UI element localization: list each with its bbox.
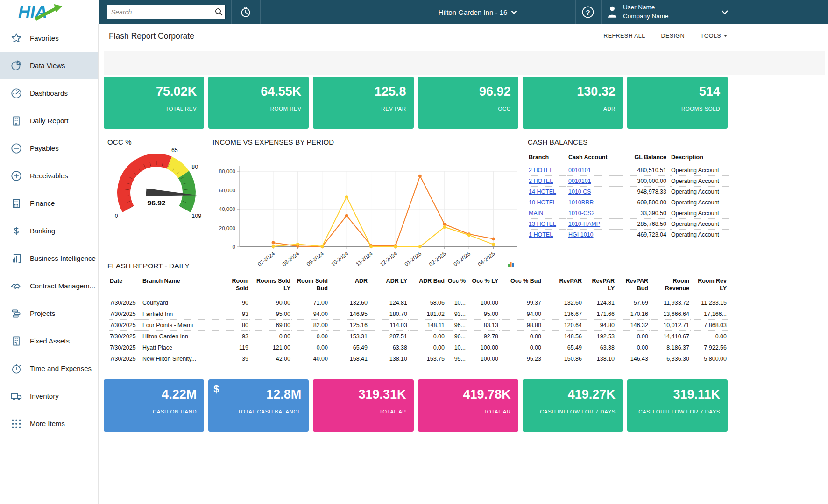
branch-link[interactable]: 2 HOTEL [529,167,553,174]
kpi-value: 75.02K [109,84,197,99]
toolbar-band [104,51,825,75]
flash-cell: 7/30/2025 [109,297,142,308]
svg-text:?: ? [586,8,590,16]
kpi-label: CASH INFLOW FOR 7 DAYS [528,408,616,415]
sidebar-item-time-and-expenses[interactable]: Time and Expenses [0,355,98,382]
sidebar-item-payables[interactable]: Payables [0,134,98,162]
flash-cell: 10,012.71 [649,320,690,331]
flash-cell: 153.31 [329,331,368,342]
topbar-chevron-down-icon[interactable] [721,8,729,17]
cash-account-link[interactable]: 0010101 [568,167,591,174]
flash-cell: 5,800.00 [690,353,728,364]
kpi-card-cash-on-hand[interactable]: 4.22MCASH ON HAND [104,379,204,432]
branch-link[interactable]: 10 HOTEL [529,199,556,206]
minus-circle-icon [10,142,22,154]
sidebar-item-label: Dashboards [30,89,68,97]
svg-text:65: 65 [171,147,178,154]
cash-account-link[interactable]: HGI 1010 [568,231,594,238]
branch-link[interactable]: 1 HOTEL [529,231,553,238]
branch-link[interactable]: 14 HOTEL [529,189,556,195]
kpi-card-total-rev[interactable]: 75.02KTOTAL REV [104,77,204,129]
sidebar-item-label: Finance [30,199,55,207]
sidebar-item-business-intelligence[interactable]: Business Intelligence [0,245,98,272]
sidebar-item-contract-managem[interactable]: Contract Managem... [0,272,98,300]
cash-account-link[interactable]: 1010 CS [568,189,591,195]
logo[interactable]: HIA [0,0,99,24]
topbar-separator [528,0,528,24]
sidebar-item-dashboards[interactable]: Dashboards [0,79,98,107]
flash-cell: 65.49 [329,342,368,353]
flash-cell: 13,666.64 [649,308,690,320]
help-icon[interactable]: ? [580,5,595,20]
kpi-card-rev-par[interactable]: 125.8REV PAR [313,77,413,129]
sidebar-item-data-views[interactable]: Data Views [0,52,98,79]
chart-type-icon[interactable] [508,260,515,269]
flash-cell: 90 [226,297,249,308]
flash-cell: 0.00 [499,331,542,342]
flash-cell: 98.80 [499,320,542,331]
kpi-card-occ[interactable]: 96.92OCC [418,77,518,129]
design-button[interactable]: DESIGN [661,33,685,39]
flash-cell: 153.75 [408,353,446,364]
branch-link[interactable]: 13 HOTEL [529,221,556,227]
tools-button[interactable]: TOOLS [701,33,728,39]
flash-cell: 7,868.03 [690,320,728,331]
sidebar-item-daily-report[interactable]: Daily Report [0,107,98,134]
kpi-card-total-ap[interactable]: 319.31KTOTAL AP [313,379,413,432]
kpi-card-adr[interactable]: 130.32ADR [523,77,623,129]
cash-col-cash-account: Cash Account [567,153,616,165]
kpi-label: CASH OUTFLOW FOR 7 DAYS [633,408,720,415]
flash-cell: 114.03 [368,320,408,331]
sidebar-item-more-items[interactable]: More Items [0,410,98,437]
flash-cell: 94.00 [499,308,542,320]
flash-cell: 83.13 [467,320,499,331]
kpi-card-cash-inflow-for-7-days[interactable]: 419.27KCASH INFLOW FOR 7 DAYS [523,379,623,432]
sidebar-item-fixed-assets[interactable]: Fixed Assets [0,327,98,355]
flash-cell: 132.60 [542,297,583,308]
flash-col-room-sold: Room Sold [226,276,249,297]
cash-account-link[interactable]: 1010BRR [568,199,594,206]
history-icon[interactable] [238,5,253,20]
kpi-value: 419.78K [424,387,511,402]
topbar-separator [260,0,261,24]
flash-cell: 121.00 [249,342,291,353]
cash-account-link[interactable]: 0010101 [568,178,591,184]
sidebar-item-projects[interactable]: Projects [0,300,98,327]
sidebar-item-finance[interactable]: Finance [0,189,98,217]
flash-col-occ: Occ % [446,276,467,297]
branch-selector-label: Hilton Garden Inn - 16 [439,8,508,16]
sidebar-item-banking[interactable]: Banking [0,217,98,245]
search-icon[interactable] [212,8,225,16]
flash-cell: 138.10 [368,353,408,364]
sidebar-item-receivables[interactable]: Receivables [0,162,98,189]
kpi-card-cash-outflow-for-7-days[interactable]: 319.11KCASH OUTFLOW FOR 7 DAYS [627,379,728,432]
branch-selector[interactable]: Hilton Garden Inn - 16 [430,0,526,24]
refresh-all-button[interactable]: REFRESH ALL [603,33,645,39]
cash-account-link[interactable]: 1010-HAMP [568,221,600,227]
flash-cell: 124.81 [368,297,408,308]
kpi-card-room-rev[interactable]: 64.55KROOM REV [208,77,309,129]
user-menu[interactable]: User Name Company Name [606,3,669,21]
kpi-label: REV PAR [318,105,406,112]
search-input[interactable] [107,8,212,16]
flash-cell: 10... [446,342,467,353]
gl-balance-cell: 609,500.00 [616,197,670,208]
flash-cell: 100.00 [467,297,499,308]
description-cell: Operating Account [670,208,729,219]
sidebar-item-label: Daily Report [30,117,69,125]
user-icon [606,5,618,19]
cash-balances-table: BranchCash AccountGL BalanceDescription2… [528,153,729,240]
flash-col-revpar-bud: RevPAR Bud [616,276,649,297]
flash-cell: 120.64 [542,320,583,331]
svg-text:03-2025: 03-2025 [453,251,472,267]
branch-link[interactable]: MAIN [529,210,543,217]
flash-cell: 171.66 [583,308,616,320]
cash-account-link[interactable]: 1010-CS2 [568,210,594,217]
kpi-card-total-ar[interactable]: 419.78KTOTAL AR [418,379,518,432]
sidebar-item-favorites[interactable]: Favorites [0,24,98,52]
sidebar-item-inventory[interactable]: Inventory [0,382,98,410]
branch-link[interactable]: 2 HOTEL [529,178,553,184]
kpi-card-total-cash-balance[interactable]: $12.8MTOTAL CASH BALANCE [208,379,309,432]
sidebar-item-label: Projects [30,309,55,317]
kpi-card-rooms-sold[interactable]: 514ROOMS SOLD [627,77,728,129]
